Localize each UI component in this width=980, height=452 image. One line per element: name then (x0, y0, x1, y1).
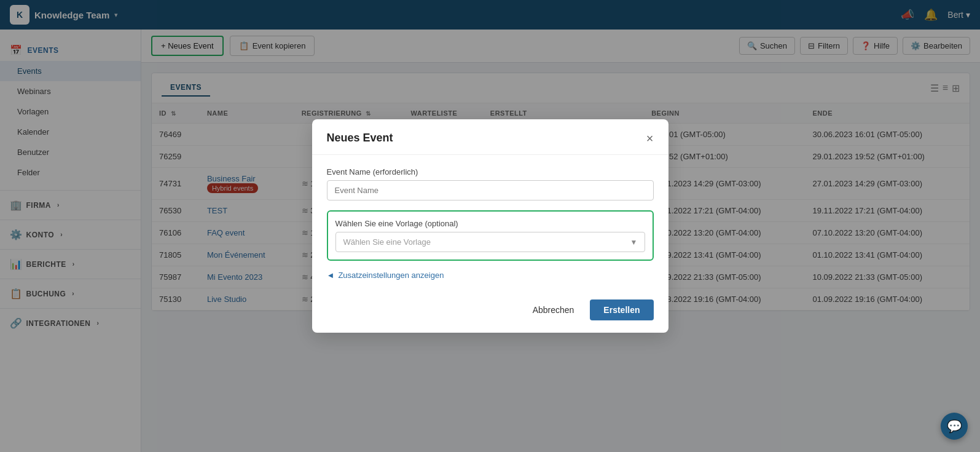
modal-overlay[interactable]: Neues Event × Event Name (erforderlich) … (0, 0, 980, 452)
modal-body: Event Name (erforderlich) Wählen Sie ein… (312, 155, 668, 292)
event-name-input[interactable] (327, 180, 654, 200)
template-group: Wählen Sie eine Vorlage (optional) Wähle… (327, 210, 654, 261)
chat-icon: 💬 (947, 419, 962, 434)
template-select[interactable]: Wählen Sie eine Vorlage (335, 232, 645, 252)
additional-settings-label: Zusatzeinstellungen anzeigen (338, 271, 444, 280)
modal-title: Neues Event (327, 132, 393, 145)
additional-settings-toggle[interactable]: ◄ Zusatzeinstellungen anzeigen (327, 271, 654, 280)
event-name-group: Event Name (erforderlich) (327, 167, 654, 200)
template-label: Wählen Sie eine Vorlage (optional) (335, 219, 645, 228)
modal-footer: Abbrechen Erstellen (312, 292, 668, 333)
modal-header: Neues Event × (312, 119, 668, 155)
cancel-button[interactable]: Abbrechen (523, 300, 584, 320)
event-name-label: Event Name (erforderlich) (327, 167, 654, 176)
create-button[interactable]: Erstellen (590, 299, 653, 320)
modal-close-button[interactable]: × (646, 132, 654, 145)
template-select-wrapper: Wählen Sie eine Vorlage ▼ (335, 232, 645, 252)
chevron-left-icon: ◄ (327, 271, 335, 280)
new-event-modal: Neues Event × Event Name (erforderlich) … (312, 119, 668, 333)
chat-widget[interactable]: 💬 (941, 413, 968, 440)
